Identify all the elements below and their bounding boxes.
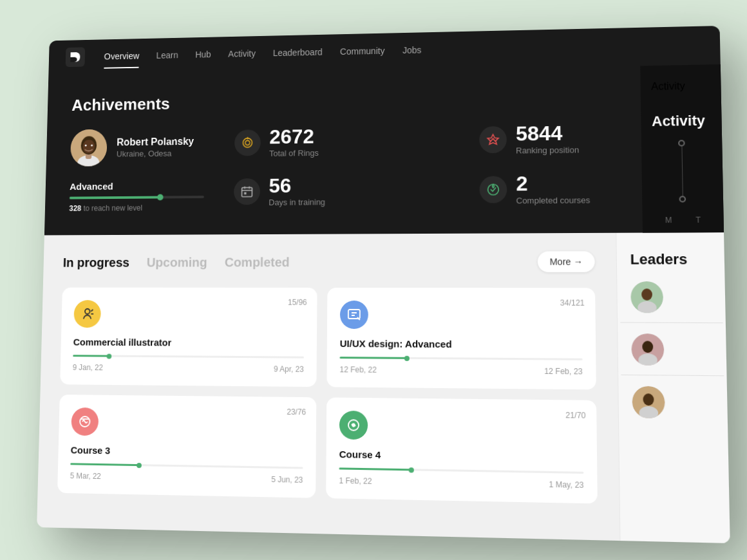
nav-item-hub[interactable]: Hub bbox=[195, 50, 211, 62]
course-card-1: 15/96 Commercial illustrator bbox=[60, 288, 317, 387]
courses-grid: 15/96 Commercial illustrator bbox=[57, 288, 598, 504]
nav-item-activity[interactable]: Activity bbox=[228, 48, 256, 61]
leader-avatar-2 bbox=[631, 333, 664, 366]
svg-rect-11 bbox=[241, 187, 252, 196]
course-2-dates: 12 Feb, 22 12 Feb, 23 bbox=[339, 365, 582, 376]
course-1-name: Commercial illustrator bbox=[73, 337, 305, 349]
rings-value: 2672 bbox=[269, 126, 319, 147]
calendar-icon bbox=[234, 178, 260, 205]
leader-item-1 bbox=[630, 281, 712, 313]
course-3-icon bbox=[71, 407, 99, 436]
ranking-value: 5844 bbox=[516, 122, 579, 144]
level-progress-bar bbox=[70, 196, 204, 199]
nav-item-leaderboard[interactable]: Leaderboard bbox=[273, 47, 323, 61]
more-button[interactable]: More → bbox=[538, 251, 595, 272]
achievements-section: Achivements bbox=[44, 64, 724, 236]
leaderboard-title: Leaders bbox=[630, 251, 711, 268]
course-3-progress-bar bbox=[70, 463, 303, 469]
divider-1 bbox=[620, 322, 723, 324]
course-2-progress-fill bbox=[340, 357, 407, 359]
course-4-dates: 1 Feb, 22 1 May, 23 bbox=[339, 476, 583, 490]
timeline-labels: M T bbox=[642, 207, 724, 232]
course-card-4: 21/70 Course 4 1 Feb, 22 1 bbox=[326, 397, 598, 503]
svg-point-9 bbox=[245, 140, 250, 145]
course-3-progress-label: 23/76 bbox=[287, 407, 306, 416]
ranking-icon bbox=[479, 126, 507, 153]
leader-item-2 bbox=[631, 333, 713, 366]
course-1-progress-bar bbox=[73, 355, 304, 359]
nav-item-jobs[interactable]: Jobs bbox=[402, 45, 421, 58]
svg-rect-15 bbox=[244, 192, 247, 195]
main-content: In progress Upcoming Completed More → 15… bbox=[37, 232, 730, 543]
level-label: Advanced bbox=[70, 180, 204, 192]
course-card-2: 34/121 UI/UX design: Advanced 12 Feb, 2 bbox=[326, 288, 596, 389]
nav-item-overview[interactable]: Overview bbox=[104, 51, 139, 64]
stat-days: 56 Days in training bbox=[234, 174, 440, 207]
courses-icon bbox=[480, 176, 507, 203]
course-4-name: Course 4 bbox=[339, 449, 584, 464]
level-progress-fill bbox=[70, 196, 161, 200]
course-1-progress-label: 15/96 bbox=[288, 298, 307, 307]
course-3-progress-fill bbox=[70, 463, 139, 466]
tab-completed[interactable]: Completed bbox=[225, 255, 290, 270]
courses-desc: Completed courses bbox=[516, 195, 591, 205]
logo bbox=[66, 47, 86, 70]
course-3-dates: 5 Mar, 22 5 Jun, 23 bbox=[70, 471, 303, 485]
activity-panel: Activity Activity M T bbox=[640, 64, 724, 233]
course-1-icon bbox=[73, 300, 101, 328]
course-2-icon bbox=[340, 301, 368, 329]
days-value: 56 bbox=[269, 175, 325, 196]
tabs-row: In progress Upcoming Completed More → bbox=[62, 251, 594, 272]
stats-grid: 2672 Total of Rings 5844 Ranking pos bbox=[234, 121, 696, 207]
ranking-desc: Ranking position bbox=[516, 145, 579, 155]
svg-point-16 bbox=[488, 184, 499, 195]
timeline-line bbox=[681, 146, 683, 196]
svg-point-8 bbox=[243, 138, 252, 147]
course-2-progress-label: 34/121 bbox=[560, 298, 585, 307]
rings-desc: Total of Rings bbox=[269, 148, 319, 158]
course-4-progress-label: 21/70 bbox=[565, 411, 585, 420]
progress-label: 328 to reach new level bbox=[69, 203, 203, 213]
course-1-progress-fill bbox=[73, 355, 109, 357]
course-2-progress-bar bbox=[340, 357, 583, 360]
leaderboard-sidebar: Leaders bbox=[616, 232, 730, 543]
tabs: In progress Upcoming Completed bbox=[63, 255, 290, 270]
courses-value: 2 bbox=[516, 173, 590, 194]
svg-rect-18 bbox=[348, 310, 360, 319]
user-location: Ukraine, Odesa bbox=[117, 148, 194, 158]
nav-item-learn[interactable]: Learn bbox=[156, 50, 178, 63]
activity-title: Activity bbox=[640, 64, 721, 98]
user-name: Robert Polansky bbox=[117, 136, 194, 148]
user-profile: Robert Polansky Ukraine, Odesa Advanced … bbox=[69, 128, 205, 213]
course-4-progress-fill bbox=[339, 467, 411, 471]
divider-2 bbox=[621, 375, 724, 376]
timeline-dot-bottom bbox=[679, 196, 686, 202]
days-desc: Days in training bbox=[269, 197, 325, 207]
course-card-3: 23/76 Course 3 5 Mar, 22 5 bbox=[57, 395, 316, 498]
timeline-dot-top bbox=[678, 140, 685, 146]
course-2-name: UI/UX design: Advanced bbox=[340, 338, 583, 350]
courses-section: In progress Upcoming Completed More → 15… bbox=[37, 233, 621, 543]
achievements-title: Achivements bbox=[71, 86, 694, 115]
tab-upcoming[interactable]: Upcoming bbox=[147, 255, 207, 270]
course-3-name: Course 3 bbox=[71, 444, 303, 459]
course-4-progress-bar bbox=[339, 467, 584, 474]
svg-point-17 bbox=[85, 309, 90, 314]
course-4-icon bbox=[339, 411, 368, 440]
rings-icon bbox=[234, 129, 261, 156]
nav-item-community[interactable]: Community bbox=[340, 46, 384, 59]
leader-avatar-3 bbox=[632, 386, 665, 418]
stat-rings: 2672 Total of Rings bbox=[234, 124, 440, 158]
svg-point-22 bbox=[352, 424, 355, 426]
leader-avatar-1 bbox=[630, 281, 663, 313]
leader-item-3 bbox=[632, 386, 714, 419]
tab-in-progress[interactable]: In progress bbox=[63, 255, 130, 270]
course-1-dates: 9 Jan, 22 9 Apr, 23 bbox=[73, 363, 304, 374]
avatar bbox=[70, 129, 108, 167]
